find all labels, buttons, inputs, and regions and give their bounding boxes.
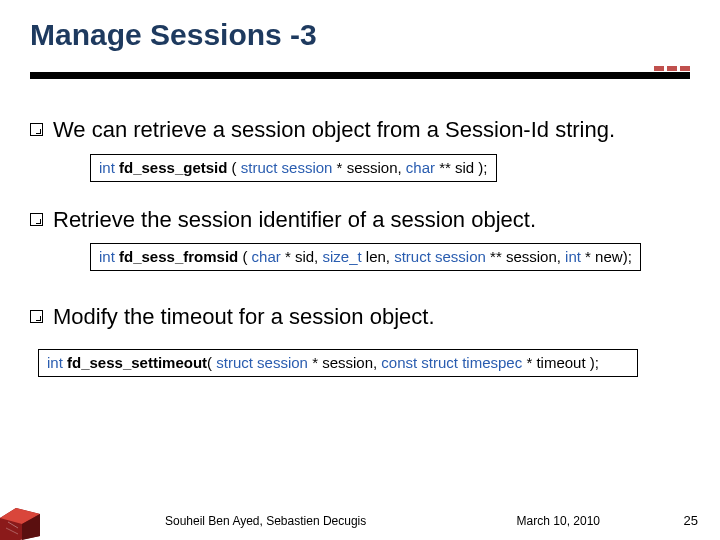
bullet-text: Retrieve the session identifier of a ses…	[53, 206, 536, 234]
footer-authors: Souheil Ben Ayed, Sebastien Decugis	[165, 514, 366, 528]
slide-title: Manage Sessions -3	[30, 18, 690, 52]
code-box: int fd_sess_fromsid ( char * sid, size_t…	[90, 243, 641, 271]
code-box: int fd_sess_settimeout( struct session *…	[38, 349, 638, 377]
body-region: We can retrieve a session object from a …	[0, 84, 720, 377]
tick-icon	[680, 66, 690, 71]
divider-bar	[30, 72, 690, 79]
checkbox-icon	[30, 213, 43, 226]
bullet-item: Retrieve the session identifier of a ses…	[30, 206, 690, 234]
bullet-item: Modify the timeout for a session object.	[30, 303, 690, 331]
footer: Souheil Ben Ayed, Sebastien Decugis Marc…	[0, 498, 720, 528]
tick-icon	[667, 66, 677, 71]
bullet-text: We can retrieve a session object from a …	[53, 116, 615, 144]
slide: Manage Sessions -3 We can retrieve a ses…	[0, 0, 720, 540]
code-line: int fd_sess_fromsid ( char * sid, size_t…	[99, 248, 632, 265]
title-rule	[30, 66, 690, 84]
bullet-text: Modify the timeout for a session object.	[53, 303, 435, 331]
corner-cube-icon	[0, 508, 54, 540]
title-region: Manage Sessions -3	[0, 0, 720, 60]
code-line: int fd_sess_getsid ( struct session * se…	[99, 159, 488, 176]
checkbox-icon	[30, 123, 43, 136]
tick-icon	[654, 66, 664, 71]
checkbox-icon	[30, 310, 43, 323]
page-number: 25	[684, 513, 698, 528]
code-line: int fd_sess_settimeout( struct session *…	[47, 354, 599, 371]
footer-date: March 10, 2010	[517, 514, 600, 528]
code-box: int fd_sess_getsid ( struct session * se…	[90, 154, 497, 182]
accent-ticks	[654, 66, 690, 71]
bullet-item: We can retrieve a session object from a …	[30, 116, 690, 144]
